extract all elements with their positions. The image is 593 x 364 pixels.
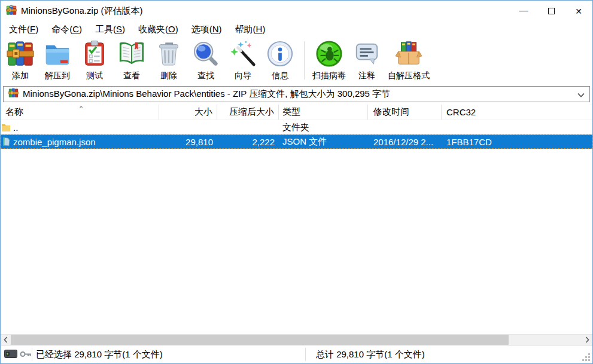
virus-scan-button[interactable]: 扫描病毒 <box>310 39 348 82</box>
open-book-icon <box>118 40 145 70</box>
file-list: .. 文件夹 zombie_pigman.json 29,810 2,2 <box>1 120 592 334</box>
close-button[interactable]: ✕ <box>565 1 592 22</box>
row-crc <box>442 120 592 134</box>
add-label: 添加 <box>12 71 29 81</box>
test-clipboard-icon <box>81 40 108 70</box>
menu-commands[interactable]: 命令(C) <box>45 23 89 36</box>
column-header-crc32[interactable]: CRC32 <box>442 105 592 120</box>
maximize-icon <box>548 8 555 14</box>
row-packed: 2,222 <box>217 134 279 149</box>
magic-wand-icon <box>229 40 257 70</box>
test-label: 测试 <box>86 71 103 81</box>
winrar-window: MinionsByGona.zip (评估版本) — ✕ 文件(F) 命令(C)… <box>0 0 593 364</box>
horizontal-scrollbar[interactable] <box>1 334 592 345</box>
row-size: 29,810 <box>159 134 217 149</box>
scroll-left-arrow-icon[interactable] <box>1 335 11 345</box>
row-name: .. <box>13 123 18 133</box>
comment-label: 注释 <box>358 71 375 81</box>
row-type: JSON 文件 <box>279 134 368 149</box>
sort-ascending-icon: ^ <box>80 105 83 112</box>
scroll-right-arrow-icon[interactable] <box>582 335 592 345</box>
menu-options[interactable]: 选项(N) <box>185 23 229 36</box>
addressbar-wrap: MinionsByGona.zip\Minions Behavior Pack\… <box>1 84 592 105</box>
delete-label: 删除 <box>160 71 177 81</box>
folder-icon <box>1 123 11 132</box>
add-button[interactable]: 添加 <box>2 39 39 82</box>
view-button[interactable]: 查看 <box>113 39 150 82</box>
row-type: 文件夹 <box>279 120 368 134</box>
column-header-modified[interactable]: 修改时间 <box>368 105 442 120</box>
menu-tools[interactable]: 工具(S) <box>89 23 132 36</box>
row-modified: 2016/12/29 2... <box>368 134 442 149</box>
sfx-box-icon <box>395 40 422 70</box>
resize-grip[interactable] <box>582 353 590 361</box>
json-file-icon <box>1 137 11 146</box>
trash-icon <box>155 40 183 70</box>
toolbar: 添加 解压到 <box>1 38 592 84</box>
winrar-books-icon <box>7 40 34 70</box>
comment-bubble-icon <box>353 40 381 70</box>
wizard-label: 向导 <box>235 71 251 81</box>
row-crc: 1FBB17CD <box>442 134 592 149</box>
magnifier-icon <box>192 40 220 70</box>
scrollbar-thumb[interactable] <box>11 335 509 345</box>
folder-extract-icon <box>44 40 71 70</box>
row-size <box>159 120 217 134</box>
info-icon <box>266 40 294 70</box>
menubar: 文件(F) 命令(C) 工具(S) 收藏夹(O) 选项(N) 帮助(H) <box>1 22 592 38</box>
row-modified <box>368 120 442 134</box>
menu-file[interactable]: 文件(F) <box>2 23 45 36</box>
window-controls: — ✕ <box>510 1 592 22</box>
row-name: zombie_pigman.json <box>13 137 96 147</box>
menu-favorites[interactable]: 收藏夹(O) <box>132 23 185 36</box>
address-path: MinionsByGona.zip\Minions Behavior Pack\… <box>23 88 573 100</box>
column-header-type[interactable]: 类型 <box>279 105 368 120</box>
info-label: 信息 <box>272 71 288 81</box>
view-label: 查看 <box>123 71 140 81</box>
extract-to-label: 解压到 <box>45 71 70 81</box>
virus-scan-icon <box>315 40 343 70</box>
wizard-button[interactable]: 向导 <box>224 39 261 82</box>
table-row-parent-dir[interactable]: .. 文件夹 <box>1 120 592 134</box>
comment-button[interactable]: 注释 <box>348 39 385 82</box>
table-row-zombie-pigman-json[interactable]: zombie_pigman.json 29,810 2,222 JSON 文件 … <box>1 134 592 149</box>
selection-summary: 已经选择 29,810 字节(1 个文件) <box>32 349 305 360</box>
statusbar-icons <box>1 350 32 360</box>
address-combobox[interactable]: MinionsByGona.zip\Minions Behavior Pack\… <box>3 86 590 102</box>
titlebar: MinionsByGona.zip (评估版本) — ✕ <box>1 1 592 22</box>
sfx-label: 自解压格式 <box>388 71 430 81</box>
delete-button[interactable]: 删除 <box>150 39 187 82</box>
close-icon: ✕ <box>575 7 582 16</box>
virus-scan-label: 扫描病毒 <box>312 71 346 81</box>
menu-help[interactable]: 帮助(H) <box>229 23 272 36</box>
winrar-app-icon <box>6 5 17 18</box>
toolbar-separator <box>304 41 305 79</box>
statusbar: 已经选择 29,810 字节(1 个文件) 总计 29,810 字节(1 个文件… <box>1 345 592 363</box>
scrollbar-track[interactable] <box>11 335 582 345</box>
window-title: MinionsByGona.zip (评估版本) <box>21 5 142 17</box>
sfx-button[interactable]: 自解压格式 <box>385 39 432 82</box>
row-packed <box>217 120 279 134</box>
info-button[interactable]: 信息 <box>261 39 299 82</box>
maximize-button[interactable] <box>537 1 565 22</box>
column-header-row: 名称 ^ 大小 压缩后大小 类型 修改时间 CRC32 <box>1 105 592 120</box>
extract-to-button[interactable]: 解压到 <box>39 39 76 82</box>
test-button[interactable]: 测试 <box>76 39 113 82</box>
column-header-size[interactable]: 大小 <box>159 105 217 120</box>
winrar-archive-icon <box>8 88 19 100</box>
chevron-down-icon[interactable] <box>577 89 585 100</box>
total-summary: 总计 29,810 字节(1 个文件) <box>306 349 425 360</box>
find-label: 查找 <box>197 71 214 81</box>
find-button[interactable]: 查找 <box>187 39 224 82</box>
disk-drive-icon[interactable] <box>4 350 17 360</box>
key-icon[interactable] <box>20 350 32 360</box>
minimize-icon: — <box>519 5 528 14</box>
minimize-button[interactable]: — <box>510 1 537 22</box>
column-header-packed[interactable]: 压缩后大小 <box>217 105 279 120</box>
